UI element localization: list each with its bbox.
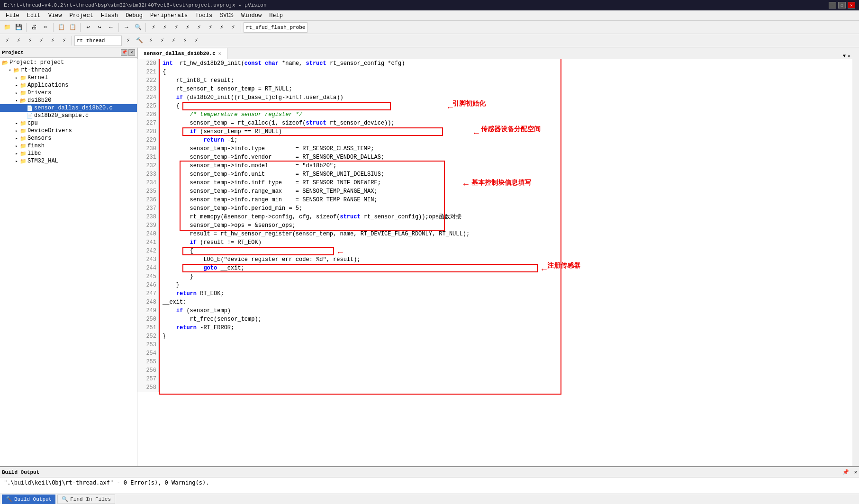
menu-item-help[interactable]: Help	[265, 11, 287, 20]
sidebar-close-icon[interactable]: ✕	[128, 49, 135, 56]
file-tab[interactable]: sensor_dallas_ds18b20.c ✕	[137, 48, 227, 59]
menu-item-file[interactable]: File	[2, 11, 23, 20]
code-line-237[interactable]: sensor_temp->info.range_max = SENSOR_TEM…	[163, 187, 849, 196]
tree-item-STM32_HAL[interactable]: ▸📁STM32_HAL	[0, 157, 137, 165]
code-line-242[interactable]: sensor_temp->ops = &sensor_ops;	[163, 221, 849, 230]
toolbar2-btn-r-1[interactable]: 🔨	[134, 36, 145, 46]
code-line-238[interactable]: sensor_temp->info.range_min = SENSOR_TEM…	[163, 196, 849, 204]
menu-item-svcs[interactable]: SVCS	[216, 11, 237, 20]
code-line-251[interactable]: }	[163, 281, 849, 289]
toolbar2-btn-4[interactable]: ⚡	[47, 36, 58, 46]
toolbar-btn-5[interactable]: 📋	[67, 22, 78, 33]
code-line-246[interactable]: {	[163, 247, 849, 255]
toolbar-btn-0[interactable]: 📁	[2, 22, 12, 33]
code-line-255[interactable]: if (sensor_temp)	[163, 306, 849, 315]
tree-item-DeviceDrivers[interactable]: ▸📁DeviceDrivers	[0, 127, 137, 135]
toolbar-btn-14[interactable]: ⚡	[182, 22, 193, 33]
toolbar2-btn-3[interactable]: ⚡	[36, 36, 46, 46]
toolbar2-btn-5[interactable]: ⚡	[59, 36, 69, 46]
code-line-245[interactable]: if (result != RT_EOK)	[163, 238, 849, 247]
toolbar-btn-8[interactable]: ←	[106, 22, 116, 33]
menu-item-flash[interactable]: Flash	[97, 11, 122, 20]
toolbar-btn-12[interactable]: ⚡	[160, 22, 170, 33]
toolbar2-btn-1[interactable]: ⚡	[13, 36, 24, 46]
toolbar-btn-13[interactable]: ⚡	[171, 22, 181, 33]
close-button[interactable]: ✕	[848, 2, 855, 9]
toolbar2-btn-r-2[interactable]: ⚡	[145, 36, 156, 46]
code-line-221[interactable]: {	[163, 68, 849, 76]
toolbar-btn-11[interactable]: ⚡	[148, 22, 159, 33]
code-line-239[interactable]: sensor_temp->info.period_min = 5;	[163, 204, 849, 213]
code-line-258[interactable]: }	[163, 332, 849, 341]
toolbar-btn-15[interactable]: ⚡	[194, 22, 204, 33]
tree-item-sensor_dallas_ds18b20-c[interactable]: 📄sensor_dallas_ds18b20.c	[0, 104, 137, 112]
toolbar-btn-17[interactable]: ⚡	[217, 22, 227, 33]
toolbar-btn-10[interactable]: 🔍	[133, 22, 143, 33]
tree-item-ds18b20[interactable]: ▾📂ds18b20	[0, 97, 137, 104]
tree-item-finsh[interactable]: ▸📁finsh	[0, 142, 137, 150]
menu-item-edit[interactable]: Edit	[23, 11, 45, 20]
code-line-235[interactable]: sensor_temp->info.unit = RT_SENSOR_UNIT_…	[163, 170, 849, 179]
toolbar-btn-3[interactable]: ✂	[40, 22, 51, 33]
menu-item-debug[interactable]: Debug	[122, 11, 146, 20]
tree-item-rt-thread[interactable]: ▾📂rt-thread	[0, 66, 137, 74]
bottom-tab-find-in-files[interactable]: 🔍Find In Files	[57, 495, 115, 504]
minimize-button[interactable]: –	[829, 2, 836, 9]
code-line-252[interactable]: return RT_EOK;	[163, 289, 849, 298]
code-line-228[interactable]: sensor_temp = rt_calloc(1, sizeof(struct…	[163, 119, 849, 127]
toolbar-btn-6[interactable]: ↩	[83, 22, 93, 33]
tree-item-Applications[interactable]: ▸📁Applications	[0, 81, 137, 89]
code-line-227[interactable]: /* temperature sensor register */	[163, 110, 849, 119]
code-line-229[interactable]: if (sensor_temp == RT_NULL)	[163, 127, 849, 136]
flash-target-dropdown[interactable]: rt_sfud_flash_probe	[244, 22, 307, 33]
tree-item-cpu[interactable]: ▸📁cpu	[0, 119, 137, 127]
toolbar-btn-1[interactable]: 💾	[13, 22, 24, 33]
tab-close-icon[interactable]: ✕	[218, 51, 221, 56]
toolbar2-btn-2[interactable]: ⚡	[25, 36, 35, 46]
toolbar-btn-16[interactable]: ⚡	[205, 22, 216, 33]
code-line-230[interactable]: return -1;	[163, 136, 849, 144]
menu-item-project[interactable]: Project	[65, 11, 97, 20]
menu-item-view[interactable]: View	[45, 11, 66, 20]
sidebar-pin-icon[interactable]: 📌	[121, 49, 127, 56]
panel-arrow-icon[interactable]: ▼	[843, 54, 846, 59]
code-line-254[interactable]: __exit:	[163, 298, 849, 306]
toolbar2-btn-r-6[interactable]: ⚡	[191, 36, 201, 46]
code-scroll[interactable]: 2202212222232242252262272282292302312322…	[137, 59, 852, 466]
tree-item-Kernel[interactable]: ▸📁Kernel	[0, 74, 137, 81]
tree-item-Drivers[interactable]: ▸📁Drivers	[0, 89, 137, 97]
bottom-close-icon[interactable]: ✕	[854, 469, 857, 475]
tree-item-Sensors[interactable]: ▸📁Sensors	[0, 135, 137, 142]
bottom-pin-icon[interactable]: 📌	[842, 469, 849, 475]
menu-item-peripherals[interactable]: Peripherals	[146, 11, 191, 20]
toolbar2-btn-r-0[interactable]: ⚡	[123, 36, 133, 46]
code-line-241[interactable]: rt_memcpy(&sensor_temp->config, cfg, siz…	[163, 213, 849, 221]
project-dropdown[interactable]: rt-thread	[74, 36, 122, 46]
code-line-232[interactable]: sensor_temp->info.type = RT_SENSOR_CLASS…	[163, 144, 849, 153]
tree-item-libc[interactable]: ▸📁libc	[0, 150, 137, 157]
toolbar-btn-2[interactable]: 🖨	[29, 22, 39, 33]
right-scrollbar[interactable]	[852, 47, 859, 466]
toolbar-btn-7[interactable]: ↪	[94, 22, 105, 33]
code-line-225[interactable]: if (ds18b20_init((rt_base_t)cfg->intf.us…	[163, 93, 849, 102]
toolbar-btn-4[interactable]: 📋	[56, 22, 66, 33]
code-line-247[interactable]: LOG_E("device register err code: %d", re…	[163, 255, 849, 264]
code-line-244[interactable]: result = rt_hw_sensor_register(sensor_te…	[163, 230, 849, 238]
toolbar2-btn-r-5[interactable]: ⚡	[180, 36, 190, 46]
toolbar-btn-18[interactable]: ⚡	[228, 22, 238, 33]
tree-item-ds18b20_sample-c[interactable]: 📄ds18b20_sample.c	[0, 112, 137, 119]
code-line-257[interactable]: return -RT_ERROR;	[163, 324, 849, 332]
code-line-233[interactable]: sensor_temp->info.vendor = RT_SENSOR_VEN…	[163, 153, 849, 162]
toolbar2-btn-r-3[interactable]: ⚡	[157, 36, 167, 46]
toolbar2-btn-0[interactable]: ⚡	[2, 36, 12, 46]
bottom-tab-build-output[interactable]: 🔨Build Output	[2, 495, 55, 504]
maximize-button[interactable]: ☐	[838, 2, 846, 9]
code-line-226[interactable]: {	[163, 102, 849, 110]
menu-item-tools[interactable]: Tools	[191, 11, 216, 20]
panel-close-icon[interactable]: ✕	[848, 53, 850, 59]
code-line-248[interactable]: goto __exit;	[163, 264, 849, 272]
code-line-234[interactable]: sensor_temp->info.model = "ds18b20";	[163, 162, 849, 170]
toolbar-btn-9[interactable]: →	[121, 22, 132, 33]
code-line-249[interactable]: }	[163, 272, 849, 281]
toolbar2-btn-r-4[interactable]: ⚡	[168, 36, 179, 46]
